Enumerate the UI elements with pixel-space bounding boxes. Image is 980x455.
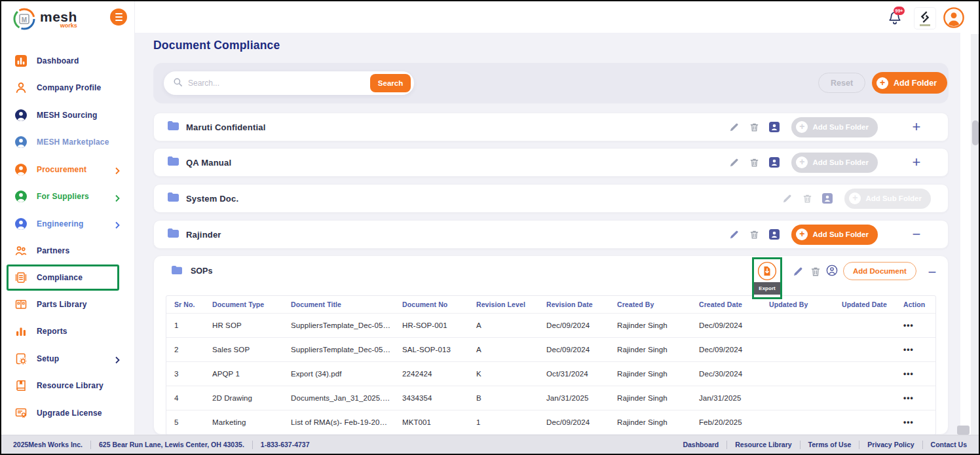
- person-circle-icon: [14, 136, 28, 149]
- footer-divider: [90, 441, 91, 449]
- folder-row-maruti-confidential[interactable]: Maruti Confidential + Add Sub Folder +: [153, 113, 949, 141]
- col-header: Revision Level: [468, 296, 538, 314]
- sidebar-nav: Dashboard Company Profile MESH Sourcing …: [1, 47, 135, 427]
- chevron-right-icon: [114, 193, 121, 200]
- collapse-minus-icon[interactable]: −: [902, 227, 931, 242]
- expand-plus-icon[interactable]: +: [902, 155, 931, 170]
- client-logo-text: [920, 24, 930, 26]
- edit-pencil-icon[interactable]: [728, 156, 740, 168]
- row-menu-icon[interactable]: •••: [903, 369, 914, 378]
- expand-plus-icon[interactable]: +: [902, 120, 931, 134]
- folder-row-system-doc[interactable]: System Doc. + Add Sub Folder: [153, 184, 949, 213]
- col-header: Document Title: [283, 296, 394, 314]
- folder-name: Rajinder: [186, 230, 221, 240]
- person-circle-icon: [14, 217, 28, 230]
- reports-icon: [14, 325, 28, 338]
- folder-name: System Doc.: [186, 194, 238, 204]
- license-icon: [14, 407, 28, 420]
- folder-row-qa-manual[interactable]: QA Manual + Add Sub Folder +: [153, 148, 949, 177]
- footer-link-resource-library[interactable]: Resource Library: [735, 441, 791, 448]
- search-panel: Search Reset + Add Folder: [153, 63, 949, 103]
- sidebar-item-engineering[interactable]: Engineering: [1, 210, 135, 238]
- person-circle-icon: [14, 190, 28, 203]
- assign-user-icon[interactable]: [768, 121, 780, 133]
- table-row: 5MarketingList of RMA(s)- Feb-19-2025.xl…: [166, 410, 935, 435]
- app-window: M mesh works Dashboard Company Profile M…: [0, 0, 980, 455]
- col-header: Created By: [609, 296, 691, 314]
- client-logo-icon: [918, 10, 932, 24]
- row-menu-icon[interactable]: •••: [903, 321, 914, 330]
- sidebar-item-partners[interactable]: Partners: [1, 238, 135, 265]
- chevron-right-icon: [114, 355, 121, 362]
- parts-library-icon: [14, 298, 28, 311]
- sidebar-item-parts-library[interactable]: Parts Library: [1, 291, 135, 318]
- sidebar-item-reports[interactable]: Reports: [1, 318, 135, 346]
- sidebar-item-setup[interactable]: Setup: [1, 345, 135, 373]
- row-menu-icon[interactable]: •••: [903, 418, 914, 427]
- footer-address: 625 Bear Run Lane, Lewis Center, OH 4303…: [99, 441, 244, 448]
- delete-trash-icon[interactable]: [801, 192, 813, 204]
- sidebar-item-label: MESH Sourcing: [37, 111, 98, 120]
- subfolder-row-sops[interactable]: SOPs Add Document −: [154, 256, 948, 286]
- sidebar-item-dashboard[interactable]: Dashboard: [1, 47, 135, 75]
- edit-pencil-icon[interactable]: [781, 192, 793, 204]
- folder-icon: [167, 156, 179, 169]
- footer-company: 2025Mesh Works Inc.: [13, 441, 83, 448]
- delete-trash-icon[interactable]: [810, 265, 821, 277]
- delete-trash-icon[interactable]: [748, 156, 760, 168]
- footer-link-dashboard[interactable]: Dashboard: [683, 441, 719, 448]
- scrollbar-thumb[interactable]: [972, 120, 979, 145]
- folder-row-rajinder[interactable]: Rajinder + Add Sub Folder −: [153, 220, 949, 249]
- user-avatar[interactable]: [943, 7, 964, 28]
- export-icon[interactable]: [757, 261, 777, 281]
- add-sub-folder-button[interactable]: + Add Sub Folder: [791, 225, 878, 245]
- client-logo[interactable]: [914, 8, 935, 29]
- book-icon: [14, 379, 28, 392]
- edit-pencil-icon[interactable]: [792, 266, 804, 278]
- sidebar-item-procurement[interactable]: Procurement: [1, 156, 135, 183]
- footer-link-terms-of-use[interactable]: Terms of Use: [808, 441, 852, 448]
- add-folder-button[interactable]: + Add Folder: [872, 72, 947, 94]
- add-document-button[interactable]: Add Document: [843, 262, 916, 280]
- add-sub-folder-button[interactable]: + Add Sub Folder: [791, 117, 878, 137]
- notification-badge: 99+: [894, 7, 905, 15]
- search-button[interactable]: Search: [370, 74, 411, 92]
- sidebar-item-mesh-sourcing[interactable]: MESH Sourcing: [1, 101, 135, 129]
- edit-pencil-icon[interactable]: [728, 121, 740, 133]
- footer-divider: [800, 441, 801, 449]
- svg-text:M: M: [22, 16, 27, 24]
- sidebar-item-for-suppliers[interactable]: For Suppliers: [1, 183, 135, 211]
- inner-scrollbar-thumb[interactable]: [957, 426, 970, 435]
- search-input[interactable]: [188, 79, 370, 88]
- reset-button[interactable]: Reset: [818, 73, 865, 93]
- mesh-logo[interactable]: M mesh works: [12, 7, 77, 31]
- footer-link-privacy-policy[interactable]: Privacy Policy: [867, 441, 914, 448]
- assign-person-icon[interactable]: [826, 264, 838, 276]
- assign-user-icon[interactable]: [768, 228, 780, 240]
- add-sub-folder-button[interactable]: + Add Sub Folder: [791, 153, 878, 173]
- footer-link-contact-us[interactable]: Contact Us: [931, 441, 967, 448]
- sidebar-item-label: Resource Library: [37, 381, 104, 390]
- delete-trash-icon[interactable]: [748, 121, 760, 133]
- row-menu-icon[interactable]: •••: [903, 345, 914, 354]
- sidebar-item-upgrade-license[interactable]: Upgrade License: [1, 399, 135, 427]
- add-sub-folder-button[interactable]: + Add Sub Folder: [844, 189, 931, 209]
- row-menu-icon[interactable]: •••: [903, 393, 914, 403]
- footer-divider: [726, 441, 727, 449]
- folder-icon: [167, 120, 179, 134]
- person-outline-icon: [14, 81, 28, 94]
- sidebar-item-mesh-marketplace[interactable]: MESH Marketplace: [1, 129, 135, 156]
- sidebar-item-company-profile[interactable]: Company Profile: [1, 75, 135, 102]
- sidebar-item-label: Procurement: [37, 165, 86, 174]
- plus-icon: +: [796, 228, 808, 240]
- sidebar-item-compliance[interactable]: Compliance: [7, 264, 119, 291]
- sidebar-item-resource-library[interactable]: Resource Library: [1, 373, 135, 400]
- sidebar-item-label: MESH Marketplace: [37, 137, 109, 147]
- edit-pencil-icon[interactable]: [728, 228, 740, 240]
- hamburger-menu-icon[interactable]: [110, 9, 127, 26]
- collapse-minus-icon[interactable]: −: [918, 264, 947, 281]
- assign-user-icon[interactable]: [821, 192, 833, 204]
- assign-user-icon[interactable]: [768, 156, 780, 168]
- delete-trash-icon[interactable]: [748, 228, 760, 240]
- compliance-doc-icon: [14, 271, 28, 284]
